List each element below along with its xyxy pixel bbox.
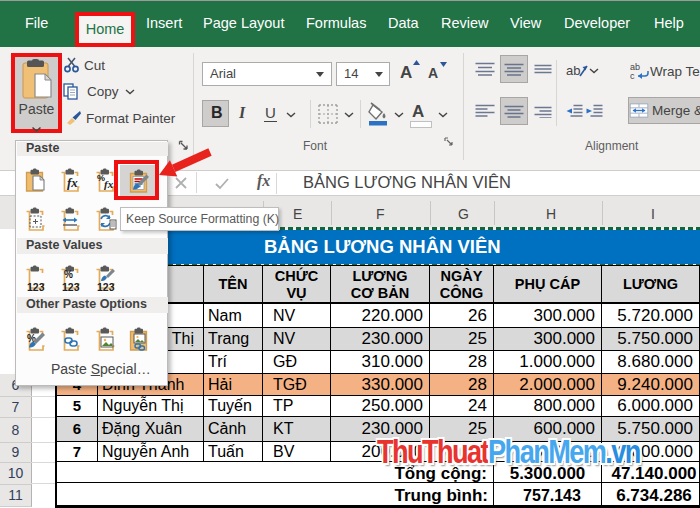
svg-text:123: 123 [97,281,115,293]
svg-text:123: 123 [62,281,80,293]
svg-text:%: % [64,269,73,280]
svg-text:c: c [630,71,635,80]
svg-text:ab: ab [566,63,580,78]
svg-text:fx: fx [67,175,78,190]
svg-text:123: 123 [27,281,45,293]
svg-text:fx: fx [104,178,114,190]
